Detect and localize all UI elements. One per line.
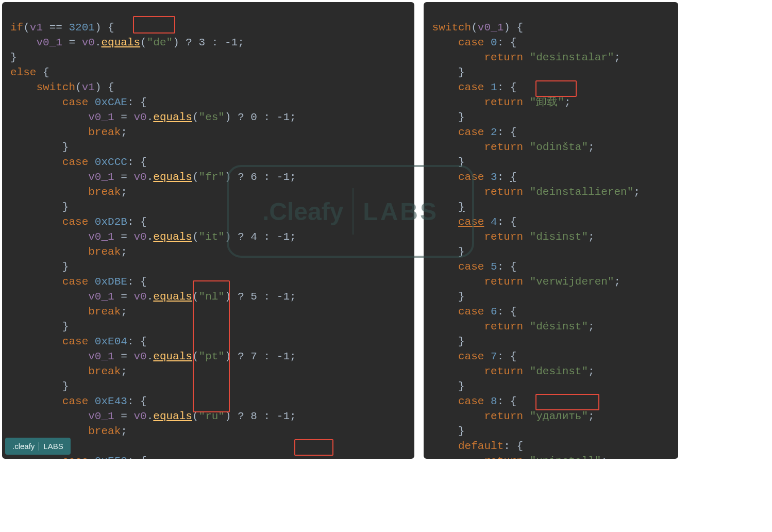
badge-sub: LABS (43, 442, 63, 451)
str-zh-uninstall: "卸载" (530, 96, 564, 108)
str-ru-uninstall: "удалить" (530, 410, 588, 422)
highlight-de (133, 16, 175, 34)
str-ru: "ru" (199, 410, 225, 422)
highlight-zh (294, 439, 333, 456)
badge-divider (39, 442, 39, 451)
badge-brand: .cleafy (12, 442, 35, 451)
str-de: "de" (147, 37, 173, 48)
brand-badge: .cleafy LABS (5, 438, 71, 455)
code-pane-right: switch(v0_1) { case 0: { return "desinst… (424, 2, 678, 459)
highlight-ru-uninstall (535, 394, 599, 410)
str-pt: "pt" (199, 351, 225, 362)
kw-if: if (10, 22, 23, 34)
code-pane-left: if(v1 == 3201) { v0_1 = v0.equals("de") … (2, 2, 414, 459)
highlight-zh-uninstall (535, 80, 577, 97)
